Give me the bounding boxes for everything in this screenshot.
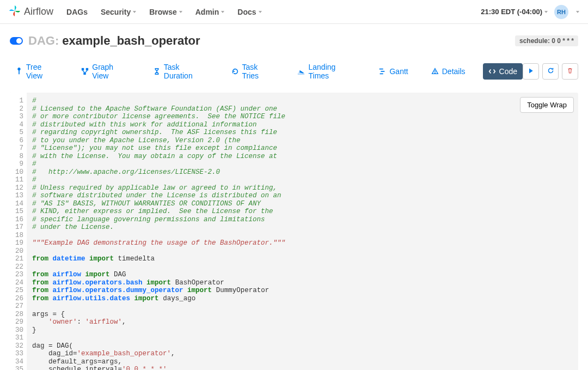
chevron-down-icon[interactable] <box>576 11 579 13</box>
nav-item-label: Docs <box>237 8 256 16</box>
tab-task-tries[interactable]: Task Tries <box>226 59 280 84</box>
line-number: 5 <box>15 129 23 137</box>
tab-tree-view[interactable]: Tree View <box>10 59 64 84</box>
tree-icon <box>15 68 23 75</box>
line-number: 19 <box>15 239 23 247</box>
tab-label: Task Tries <box>242 63 275 80</box>
code-line: """Example DAG demonstrating the usage o… <box>32 239 573 247</box>
code-line: default_args=args, <box>32 358 573 366</box>
code-line <box>32 247 573 256</box>
tab-label: Gantt <box>389 67 408 76</box>
brand-logo[interactable]: Airflow <box>9 5 53 19</box>
trigger-dag-button[interactable] <box>523 63 539 80</box>
line-number: 17 <box>15 223 23 232</box>
dag-header: DAG: example_bash_operator schedule: 0 0… <box>10 34 578 48</box>
time-display[interactable]: 21:30 EDT (-04:00) <box>481 8 548 16</box>
play-icon <box>528 67 534 76</box>
code-line: # software distributed under the License… <box>32 192 573 200</box>
code-viewer: 1234567891011121314151617181920212223242… <box>10 93 578 370</box>
tab-details[interactable]: Details <box>426 63 471 80</box>
code-line: # http://www.apache.org/licenses/LICENSE… <box>32 168 573 177</box>
code-line: # <box>32 176 573 184</box>
nav-item-security[interactable]: Security <box>101 8 136 16</box>
line-number: 31 <box>15 334 23 342</box>
line-number: 23 <box>15 271 23 279</box>
nav-item-docs[interactable]: Docs <box>237 8 261 16</box>
line-number: 4 <box>15 121 23 129</box>
tab-label: Code <box>499 67 517 76</box>
line-number: 10 <box>15 168 23 177</box>
nav-item-admin[interactable]: Admin <box>195 8 225 16</box>
line-number: 18 <box>15 232 23 240</box>
code-line: # <box>32 160 573 168</box>
toggle-wrap-button[interactable]: Toggle Wrap <box>520 97 574 113</box>
svg-rect-7 <box>380 74 383 75</box>
line-number-gutter: 1234567891011121314151617181920212223242… <box>10 93 27 370</box>
nav-item-label: DAGs <box>66 8 88 16</box>
code-line: args = { <box>32 311 573 319</box>
tab-gantt[interactable]: Gantt <box>373 63 413 80</box>
line-number: 15 <box>15 208 23 216</box>
svg-rect-3 <box>86 68 88 70</box>
tab-landing-times[interactable]: Landing Times <box>292 59 361 84</box>
line-number: 35 <box>15 366 23 370</box>
line-number: 7 <box>15 144 23 153</box>
code-line: from airflow.operators.bash import BashO… <box>32 279 573 287</box>
line-number: 29 <box>15 318 23 326</box>
code-line: dag_id='example_bash_operator', <box>32 350 573 358</box>
line-number: 14 <box>15 200 23 208</box>
code-line: # regarding copyright ownership. The ASF… <box>32 129 573 137</box>
dag-enabled-toggle[interactable] <box>10 37 23 45</box>
code-line <box>32 334 573 342</box>
nav-item-label: Admin <box>195 8 219 16</box>
line-number: 1 <box>15 97 23 105</box>
nav-item-dags[interactable]: DAGs <box>66 8 88 16</box>
code-line: # to you under the Apache License, Versi… <box>32 137 573 145</box>
graph-icon <box>81 68 89 75</box>
navbar-left: Airflow DAGsSecurityBrowseAdminDocs <box>9 5 262 19</box>
line-number: 33 <box>15 350 23 358</box>
delete-button[interactable] <box>562 63 578 80</box>
tab-label: Tree View <box>26 63 58 80</box>
line-number: 28 <box>15 311 23 319</box>
tab-label: Graph View <box>92 63 130 80</box>
tab-label: Details <box>442 67 465 76</box>
tab-label: Task Duration <box>164 63 209 80</box>
line-number: 20 <box>15 247 23 256</box>
dag-label: DAG: <box>28 34 59 47</box>
line-number: 30 <box>15 326 23 335</box>
line-number: 32 <box>15 342 23 350</box>
tab-row: Tree View Graph View Task Duration Task … <box>10 59 578 84</box>
navbar: Airflow DAGsSecurityBrowseAdminDocs 21:3… <box>0 0 588 24</box>
line-number: 12 <box>15 184 23 192</box>
dag-header-left: DAG: example_bash_operator <box>10 34 200 48</box>
hourglass-icon <box>153 68 161 75</box>
refresh-icon <box>547 67 554 76</box>
schedule-badge: schedule: 0 0 * * * <box>515 35 578 46</box>
nav-item-label: Browse <box>149 8 177 16</box>
tab-graph-view[interactable]: Graph View <box>76 59 136 84</box>
gantt-icon <box>378 68 386 75</box>
line-number: 27 <box>15 302 23 311</box>
tab-code[interactable]: Code <box>483 63 523 80</box>
landing-icon <box>297 68 305 75</box>
tab-label: Landing Times <box>308 63 356 80</box>
brand-text: Airflow <box>24 6 53 17</box>
tab-task-duration[interactable]: Task Duration <box>148 59 214 84</box>
refresh-button[interactable] <box>542 63 559 80</box>
code-line: # "AS IS" BASIS, WITHOUT WARRANTIES OR C… <box>32 200 573 208</box>
svg-rect-5 <box>379 69 383 70</box>
code-body[interactable]: ## Licensed to the Apache Software Found… <box>27 93 578 370</box>
chevron-down-icon <box>259 11 262 13</box>
svg-point-9 <box>434 73 435 74</box>
line-number: 11 <box>15 176 23 184</box>
line-number: 24 <box>15 279 23 287</box>
nav-item-browse[interactable]: Browse <box>149 8 182 16</box>
line-number: 22 <box>15 263 23 271</box>
nav-item-label: Security <box>101 8 131 16</box>
nav-items: DAGsSecurityBrowseAdminDocs <box>66 8 262 16</box>
code-icon <box>488 68 496 75</box>
pinwheel-icon <box>9 5 21 19</box>
page-body: DAG: example_bash_operator schedule: 0 0… <box>0 24 588 370</box>
avatar[interactable]: RH <box>554 5 568 19</box>
